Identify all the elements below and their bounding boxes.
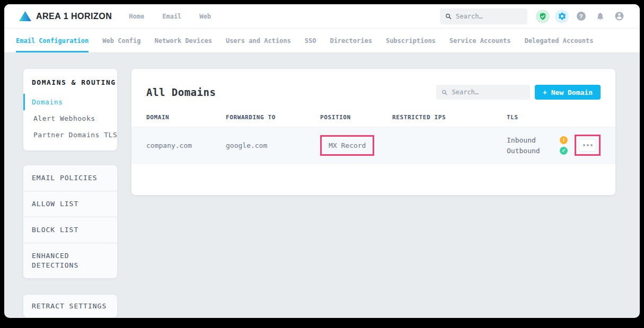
account-icon[interactable] [612, 10, 626, 23]
topbar-icons: ? [536, 10, 626, 23]
all-domains-panel: All Domains + New Domain DOMAIN FORWARDI… [131, 69, 615, 195]
col-header-tls: TLS [507, 114, 601, 121]
top-nav-email[interactable]: Email [162, 13, 181, 20]
panel-header: All Domains + New Domain [131, 69, 615, 108]
tab-web-config[interactable]: Web Config [102, 29, 140, 52]
sidebar-item-enhanced-detections[interactable]: ENHANCED DETECTIONS [23, 243, 117, 278]
domain-search[interactable] [436, 85, 530, 100]
annotation-box-position: MX Record [320, 135, 374, 156]
sidebar: DOMAINS & ROUTING Domains Alert Webhooks… [23, 69, 117, 317]
domain-search-input[interactable] [452, 88, 525, 96]
help-icon[interactable]: ? [574, 10, 588, 23]
policy-sections-card: EMAIL POLICIES ALLOW LIST BLOCK LIST ENH… [23, 165, 117, 278]
col-header-restricted-ips: RESTRICTED IPS [392, 114, 507, 121]
domain-cell: company.com [146, 141, 226, 149]
position-cell: MX Record [320, 135, 392, 156]
col-header-domain: DOMAIN [146, 114, 226, 121]
tls-outbound-label: Outbound [507, 147, 545, 155]
search-icon [445, 13, 452, 20]
tab-users-and-actions[interactable]: Users and Actions [226, 29, 291, 52]
app-window: AREA 1 HORIZON Home Email Web [4, 4, 640, 318]
check-icon: ✓ [560, 147, 568, 155]
sidebar-item-alert-webhooks[interactable]: Alert Webhooks [23, 110, 117, 127]
top-nav-web[interactable]: Web [199, 13, 211, 20]
config-tabs: Email Configuration Web Config Network D… [4, 29, 640, 53]
tls-cell: Inbound ! Outbound ✓ [507, 135, 601, 156]
tab-directories[interactable]: Directories [330, 29, 372, 52]
domains-routing-card: DOMAINS & ROUTING Domains Alert Webhooks… [23, 69, 117, 150]
tab-network-devices[interactable]: Network Devices [155, 29, 212, 52]
position-value: MX Record [329, 141, 366, 149]
annotation-box-actions [575, 135, 601, 156]
tab-service-accounts[interactable]: Service Accounts [449, 29, 511, 52]
sidebar-item-domains[interactable]: Domains [23, 94, 117, 110]
tls-inbound-label: Inbound [507, 136, 545, 144]
sidebar-item-block-list[interactable]: BLOCK LIST [23, 217, 117, 243]
warning-icon: ! [560, 136, 568, 144]
sidebar-item-allow-list[interactable]: ALLOW LIST [23, 191, 117, 217]
logo-text: AREA 1 HORIZON [36, 12, 112, 21]
ellipsis-icon [583, 144, 585, 146]
logo-triangle-icon [19, 11, 32, 22]
col-header-position: POSITION [320, 114, 392, 121]
tls-status-list: Inbound ! Outbound ✓ [507, 136, 568, 155]
sidebar-item-email-policies[interactable]: EMAIL POLICIES [23, 165, 117, 191]
sidebar-item-retract-settings[interactable]: RETRACT SETTINGS [23, 295, 117, 317]
new-domain-button[interactable]: + New Domain [535, 85, 601, 100]
retract-settings-card: RETRACT SETTINGS [23, 295, 117, 317]
shield-check-icon[interactable] [536, 10, 550, 23]
tab-delegated-accounts[interactable]: Delegated Accounts [524, 29, 593, 52]
tab-email-configuration[interactable]: Email Configuration [16, 29, 89, 52]
logo[interactable]: AREA 1 HORIZON [19, 11, 112, 22]
table-row: company.com google.com MX Record Inbound… [131, 127, 615, 164]
row-actions-button[interactable] [579, 139, 596, 152]
global-search-input[interactable] [456, 13, 522, 20]
top-bar: AREA 1 HORIZON Home Email Web [4, 4, 640, 29]
tab-subscriptions[interactable]: Subscriptions [386, 29, 436, 52]
domains-routing-title: DOMAINS & ROUTING [23, 78, 117, 86]
content-area: DOMAINS & ROUTING Domains Alert Webhooks… [4, 53, 640, 317]
sidebar-item-partner-domains-tls[interactable]: Partner Domains TLS [23, 127, 117, 143]
search-icon [442, 89, 447, 96]
forwarding-to-cell: google.com [226, 141, 320, 149]
top-nav: Home Email Web [129, 13, 211, 20]
page-title: All Domains [146, 86, 216, 98]
gear-icon[interactable] [555, 10, 569, 23]
top-nav-home[interactable]: Home [129, 13, 144, 20]
global-search[interactable] [440, 8, 527, 24]
bell-icon[interactable] [593, 10, 607, 23]
col-header-forwarding-to: FORWARDING TO [226, 114, 320, 121]
tab-sso[interactable]: SSO [305, 29, 316, 52]
table-header-row: DOMAIN FORWARDING TO POSITION RESTRICTED… [131, 108, 615, 127]
